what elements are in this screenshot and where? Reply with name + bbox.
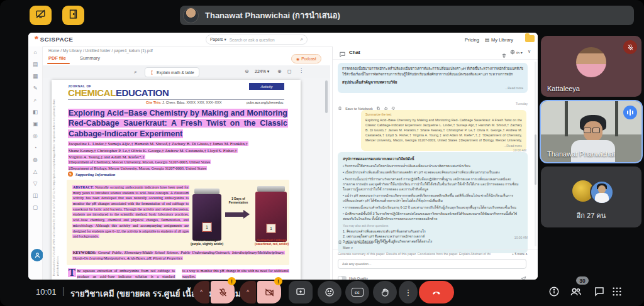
zoom-out-icon[interactable]: ⊖ — [245, 68, 249, 74]
participant-name: Kattaleeya — [547, 85, 580, 92]
margin-download-note: Downloaded via TULANE UNIV on December 2… — [52, 90, 58, 276]
avatar-dress — [595, 193, 609, 203]
high-quality-toggle[interactable] — [338, 276, 347, 280]
read-more-link[interactable]: ...Read more — [342, 86, 523, 90]
copy-icon[interactable] — [376, 240, 380, 244]
door-icon — [68, 9, 79, 22]
suggestion-strip: Generate summary of this paper. Results … — [338, 252, 528, 256]
sidebar-icon[interactable]: ◎ — [28, 130, 42, 142]
suggestion-more[interactable]: + 5 more ∧ — [512, 252, 528, 256]
profile-button[interactable] — [31, 249, 43, 261]
tab-pdf-file[interactable]: PDF file — [48, 55, 66, 61]
stop-presenting-button[interactable] — [30, 6, 52, 25]
keywords-line: KEYWORDS: General Public, Elementary/Mid… — [72, 250, 285, 261]
hand-icon — [380, 288, 390, 297]
reactions-button[interactable] — [318, 281, 341, 303]
pricing-link[interactable]: Pricing — [465, 37, 479, 43]
search-placeholder[interactable]: Search or ask a question — [230, 38, 297, 42]
participant-tile-kattaleeya[interactable]: Kattaleeya — [541, 36, 641, 97]
overflow-participants-tile[interactable]: อีก 27 คน — [541, 167, 641, 227]
paper-affiliations: †Department of Chemistry, Mercer Univers… — [68, 159, 288, 172]
sidebar-icon[interactable]: ▢ — [28, 202, 42, 214]
podcast-button[interactable]: ◉ Podcast — [291, 54, 321, 63]
leave-room-button[interactable] — [62, 6, 84, 25]
kebab-icon: ⋮ — [404, 288, 413, 297]
scispace-logo[interactable]: * SCISPACE — [35, 35, 74, 43]
sidebar-icon[interactable]: ◔ — [28, 142, 42, 154]
sidebar-icon[interactable]: ✎ — [28, 82, 42, 94]
zoom-level-dropdown[interactable]: 224% ▾ — [255, 69, 269, 74]
scispace-sidebar: ⌂▤▦✎⌕◧▣◎◔◍△▽◫▢ — [28, 46, 43, 280]
send-icon[interactable] — [521, 273, 526, 280]
window-frame — [565, 101, 568, 136]
explain-label: Explain math & table — [157, 70, 194, 75]
chat-collapse-icon[interactable]: ∨ — [528, 49, 531, 54]
papers-dropdown[interactable]: Papers ▾ — [210, 37, 226, 42]
my-library-link[interactable]: ▤ My Library — [485, 37, 513, 43]
body-col1-text: he aqueous extraction of anthocyanins fr… — [68, 269, 175, 280]
pdf-scrollbar[interactable] — [325, 80, 328, 113]
glasses — [584, 128, 591, 133]
fermentation-arrow — [225, 212, 244, 217]
captions-button[interactable]: cc — [345, 281, 369, 303]
camera-warning-badge: ! — [274, 277, 282, 285]
present-screen-button[interactable] — [289, 281, 313, 303]
participants-button[interactable] — [569, 286, 582, 300]
participant-tile-thanawat[interactable]: Thanawat Phanwichai — [540, 100, 643, 163]
thumbs-down-icon[interactable] — [391, 240, 396, 244]
pdf-viewport[interactable]: Downloaded via TULANE UNIV on December 2… — [43, 78, 330, 280]
keywords-text: General Public, Elementary/Middle School… — [73, 251, 284, 260]
glasses — [592, 128, 600, 133]
search-icon[interactable]: ⌕ — [301, 36, 303, 43]
sidebar-icon[interactable]: ▤ — [28, 58, 42, 70]
read-more-link[interactable]: ...Read more — [365, 144, 522, 148]
zoom-in-icon[interactable]: ⊕ — [277, 68, 282, 74]
paper-authors: Jacqueline L. Linder,† Sumeja Aljic,† Ha… — [68, 141, 288, 161]
cite-label: Cite This: — [146, 101, 162, 104]
pdf-search-icon[interactable]: ⌕ — [134, 68, 137, 75]
sidebar-icon[interactable]: ◫ — [28, 190, 42, 202]
activities-button[interactable] — [611, 286, 623, 300]
explain-math-table-button[interactable]: Explain math & table — [145, 67, 199, 77]
toolbar-more-icon[interactable]: ⋮ — [299, 68, 304, 74]
fullscreen-icon[interactable]: ◻ — [287, 68, 292, 74]
global-search[interactable]: Papers ▾ Search or ask a question ⌕ — [206, 35, 308, 45]
grid-icon — [611, 286, 623, 297]
breadcrumb[interactable]: Home / My Library / Untitled folder / pa… — [48, 48, 153, 53]
more-options-button[interactable]: ⋮ — [399, 281, 418, 303]
journal-word-chemical: CHEMICAL — [68, 87, 116, 98]
sidebar-icon[interactable]: ▽ — [28, 178, 42, 190]
presenter-avatar — [183, 8, 199, 23]
chat-language-value: th ▾ — [516, 50, 523, 55]
podcast-icon: ◉ — [296, 57, 299, 61]
sidebar-icon[interactable]: ◍ — [28, 154, 42, 166]
meeting-info-button[interactable] — [548, 286, 560, 300]
save-notebook-label[interactable]: Save to Notebook — [345, 241, 373, 244]
summary-bullet: • การทดลองนี้เหมาะสำหรับนักเรียนอายุ 6-1… — [343, 205, 523, 210]
sidebar-icon[interactable]: △ — [28, 166, 42, 178]
suggested-question[interactable]: 1. สีของกะหล่ำปลีแดงแสดงระดับ pH ที่แตกต… — [343, 229, 523, 234]
thumbs-up-icon[interactable] — [384, 240, 388, 244]
raise-hand-button[interactable] — [373, 281, 397, 303]
bookmark-icon — [338, 240, 342, 244]
sidebar-icon[interactable]: ◧ — [28, 106, 42, 118]
chat-input[interactable] — [338, 259, 526, 269]
folder-icon[interactable] — [525, 35, 535, 42]
podcast-label: Podcast — [301, 57, 316, 61]
journal-word-education: EDUCATION — [116, 87, 169, 98]
sidebar-icon[interactable]: ▣ — [28, 118, 42, 130]
sidebar-icon[interactable]: ▦ — [28, 70, 42, 82]
in-call-chat-button[interactable] — [594, 286, 605, 300]
chat-delete-icon[interactable] — [501, 50, 507, 61]
journal-logo: CHEMICALEDUCATION — [68, 87, 169, 98]
chat-language-selector[interactable]: th ▾ — [510, 50, 523, 55]
end-call-button[interactable] — [419, 281, 454, 303]
suggestion-text[interactable]: Generate summary of this paper. Results … — [338, 252, 509, 256]
user-message-timestamp: Tuesday — [338, 102, 528, 106]
sidebar-icon[interactable]: ⌕ — [28, 94, 42, 106]
tab-summary[interactable]: Summary — [80, 55, 100, 61]
chat-scrollbar-thumb[interactable] — [535, 134, 536, 185]
dropcap: T — [68, 268, 76, 277]
sidebar-icon[interactable]: ⌂ — [28, 46, 42, 58]
jar-lid — [257, 186, 285, 192]
